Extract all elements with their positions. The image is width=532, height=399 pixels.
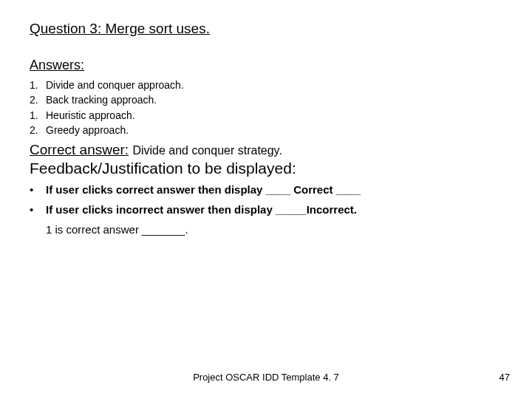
correct-answer-label: Correct answer:	[30, 142, 129, 157]
question-heading: Question 3: Merge sort uses.	[30, 21, 502, 37]
correct-answer-value: Divide and conquer strategy.	[132, 144, 282, 157]
footer-page-number: 47	[499, 372, 510, 383]
answer-row: 2. Back tracking approach.	[30, 92, 502, 107]
bullet-text: If user clicks incorrect answer then dis…	[46, 203, 357, 216]
bullet-row: • If user clicks correct answer then dis…	[30, 183, 502, 196]
answer-row: 2. Greedy approach.	[30, 123, 502, 137]
bullet-row: • If user clicks incorrect answer then d…	[30, 203, 502, 216]
answer-row: 1. Heuristic approach.	[30, 108, 502, 123]
answer-number: 2.	[30, 92, 46, 107]
bullet-text: If user clicks correct answer then displ…	[46, 183, 361, 196]
answer-text: Greedy approach.	[46, 123, 129, 137]
final-note: 1 is correct answer _______.	[46, 223, 502, 236]
feedback-heading: Feedback/Justification to be displayed:	[30, 160, 502, 177]
slide: Question 3: Merge sort uses. Answers: 1.…	[0, 0, 532, 399]
footer-template-name: Project OSCAR IDD Template 4. 7	[0, 372, 532, 383]
answer-row: 1. Divide and conquer approach.	[30, 78, 502, 92]
bullet-dot-icon: •	[30, 203, 46, 216]
correct-answer: Correct answer: Divide and conquer strat…	[30, 142, 502, 158]
answers-heading: Answers:	[30, 58, 502, 73]
answer-text: Heuristic approach.	[46, 108, 135, 123]
answer-text: Back tracking approach.	[46, 92, 157, 107]
answer-number: 1.	[30, 108, 46, 123]
answers-list: 1. Divide and conquer approach. 2. Back …	[30, 78, 502, 137]
answer-text: Divide and conquer approach.	[46, 78, 184, 92]
feedback-bullets: • If user clicks correct answer then dis…	[30, 183, 502, 216]
answer-number: 1.	[30, 78, 46, 92]
bullet-dot-icon: •	[30, 183, 46, 196]
answer-number: 2.	[30, 123, 46, 137]
